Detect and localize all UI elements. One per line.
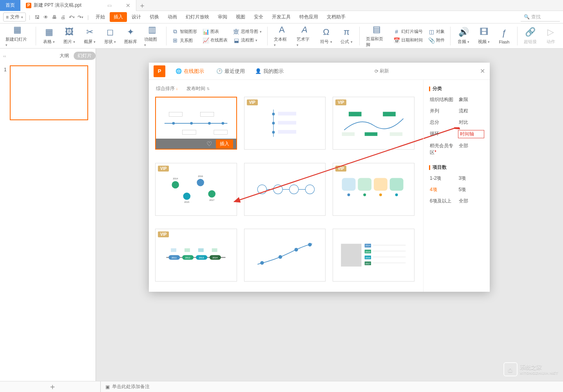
- sort-comprehensive[interactable]: 综合排序 ↓: [156, 85, 178, 92]
- template-card-9[interactable]: 2014 2015 2016 2017: [333, 229, 415, 282]
- flowchart-button[interactable]: ⬓流程图 ▾: [232, 36, 263, 44]
- file-menu[interactable]: ≡ 文件 ▾: [3, 13, 26, 22]
- video-button[interactable]: 🎞视频 ▾: [475, 26, 493, 45]
- menu-docassist[interactable]: 文档助手: [323, 12, 349, 22]
- undo-icon[interactable]: ↶▾: [68, 13, 76, 21]
- items-5[interactable]: 5项: [458, 186, 485, 193]
- panel-tab-recent[interactable]: 🕑最近使用: [216, 68, 245, 75]
- template-card-4[interactable]: VIP 20142016 20152017: [155, 163, 237, 216]
- symbol-button[interactable]: Ω符号 ▾: [317, 26, 335, 45]
- print2-icon[interactable]: 🖨: [59, 13, 67, 21]
- panel-close-button[interactable]: ✕: [480, 67, 485, 75]
- tab-add-button[interactable]: ＋: [136, 1, 148, 10]
- save-icon[interactable]: 🖫: [33, 13, 41, 21]
- template-card-2[interactable]: VIP: [244, 97, 326, 150]
- datetime-button[interactable]: 📅日期和时间: [392, 36, 424, 44]
- cat-org[interactable]: 组织结构图: [429, 96, 456, 103]
- cat-cycle[interactable]: 循环: [429, 130, 456, 138]
- chart-button[interactable]: 📊图表: [201, 28, 229, 36]
- template-card-8[interactable]: [244, 229, 326, 282]
- insert-button[interactable]: 插入: [216, 139, 233, 148]
- tab-outline[interactable]: 大纲: [60, 52, 69, 59]
- svg-rect-20: [389, 132, 402, 136]
- cat-quadrant[interactable]: 象限: [458, 96, 485, 103]
- vip-badge: VIP: [335, 99, 346, 105]
- screenshot-button[interactable]: ✂截屏 ▾: [81, 26, 99, 45]
- template-card-5[interactable]: [244, 163, 326, 216]
- cat-vip[interactable]: 稻壳会员专区●: [429, 142, 456, 156]
- cat-total[interactable]: 总分: [429, 119, 456, 126]
- template-card-6[interactable]: VIP: [333, 163, 415, 216]
- collapse-icon[interactable]: ‹‹: [3, 54, 6, 58]
- slidenum-button[interactable]: #幻灯片编号: [392, 28, 424, 36]
- print-icon[interactable]: 🖶: [51, 13, 58, 21]
- menu-dev[interactable]: 开发工具: [268, 12, 295, 22]
- equation-button[interactable]: π公式 ▾: [337, 26, 355, 45]
- panel-tab-mine[interactable]: 👤我的图示: [255, 68, 284, 75]
- funcchart-button[interactable]: ▥功能图 ▾: [142, 24, 162, 48]
- menu-transition[interactable]: 切换: [146, 12, 163, 22]
- tab-home[interactable]: 首页: [0, 0, 20, 11]
- search-input[interactable]: 🔍 查找: [521, 13, 560, 22]
- svg-rect-52: [212, 248, 217, 252]
- items-3[interactable]: 3项: [458, 175, 485, 182]
- menu-insert[interactable]: 插入: [110, 12, 127, 22]
- sort-publish[interactable]: 发布时间 ⇅: [186, 85, 210, 92]
- menu-view[interactable]: 视图: [232, 12, 249, 22]
- redo-icon[interactable]: ↷▾: [76, 13, 84, 21]
- table-button[interactable]: ▦表格 ▾: [40, 26, 58, 45]
- favorite-icon[interactable]: ♡: [206, 140, 212, 148]
- menu-security[interactable]: 安全: [250, 12, 267, 22]
- items-all[interactable]: 全部: [458, 197, 485, 205]
- attachment-button[interactable]: 📎附件: [427, 36, 446, 44]
- print-preview-icon[interactable]: 👁: [42, 13, 50, 21]
- menu-design[interactable]: 设计: [128, 12, 145, 22]
- slide-thumbnail-1[interactable]: [10, 65, 88, 120]
- template-card-7[interactable]: VIP 2011201220132014: [155, 229, 237, 282]
- items-12[interactable]: 1-2项: [429, 175, 456, 182]
- headerfooter-icon: ▤: [373, 24, 381, 34]
- shapes-button[interactable]: ◻形状 ▾: [101, 26, 119, 45]
- cat-all[interactable]: 全部: [458, 142, 485, 156]
- menu-review[interactable]: 审阅: [214, 12, 231, 22]
- notes-area[interactable]: ▣ 单击此处添加备注: [101, 383, 150, 390]
- timeline-thumbnail: [248, 237, 321, 273]
- tab-preview-icon[interactable]: ▭: [107, 3, 112, 8]
- items-6plus[interactable]: 6项及以上: [429, 197, 456, 205]
- onlinechart-button[interactable]: 📈在线图表: [201, 36, 229, 44]
- flash-button[interactable]: ƒFlash: [495, 27, 513, 45]
- scrollbar[interactable]: [423, 85, 424, 140]
- smart-button[interactable]: ⧉智能图形: [170, 27, 199, 36]
- mindmap-button[interactable]: 🕸思维导图 ▾: [232, 28, 263, 36]
- iconlib-button[interactable]: ✦图标库: [121, 26, 139, 45]
- template-card-1[interactable]: ♡ 插入: [155, 97, 237, 150]
- vip-badge: VIP: [247, 99, 258, 105]
- textbox-button[interactable]: A文本框 ▾: [272, 24, 292, 48]
- audio-button[interactable]: 🔊音频 ▾: [454, 26, 472, 45]
- object-button[interactable]: ◫对象: [427, 28, 446, 36]
- template-card-3[interactable]: VIP: [333, 97, 415, 150]
- person-icon: 👤: [255, 68, 261, 74]
- cat-timeline[interactable]: 时间轴: [458, 130, 485, 138]
- cat-parallel[interactable]: 并列: [429, 107, 456, 115]
- menu-slideshow[interactable]: 幻灯片放映: [182, 12, 213, 22]
- wordart-button[interactable]: A艺术字 ▾: [294, 24, 315, 48]
- headerfooter-button[interactable]: ▤页眉和页脚: [364, 23, 389, 49]
- new-slide-button[interactable]: ▦新建幻灯片 ▾: [3, 24, 32, 48]
- add-slide-button[interactable]: ＋: [5, 381, 101, 392]
- chart-label: 图表: [210, 29, 219, 34]
- menu-special[interactable]: 特色应用: [295, 12, 322, 22]
- tab-document[interactable]: P 新建 PPT 演示文稿.ppt ▭ ✕: [20, 0, 136, 11]
- tab-close-icon[interactable]: ✕: [126, 2, 130, 9]
- categories-grid: 组织结构图 象限 并列 流程 总分 对比 循环 时间轴 稻壳会员专区● 全部: [429, 96, 484, 156]
- refresh-button[interactable]: ⟳刷新: [375, 68, 389, 74]
- panel-tab-online[interactable]: 🌐在线图示: [176, 68, 206, 75]
- tab-slides[interactable]: 幻灯片: [74, 52, 96, 60]
- items-4[interactable]: 4项: [429, 186, 456, 193]
- menu-start[interactable]: 开始: [92, 12, 109, 22]
- cat-compare[interactable]: 对比: [458, 119, 485, 126]
- relation-button[interactable]: ⊞关系图: [170, 36, 199, 44]
- cat-process[interactable]: 流程: [458, 107, 485, 115]
- picture-button[interactable]: 🖼图片 ▾: [60, 26, 78, 45]
- menu-animation[interactable]: 动画: [164, 12, 181, 22]
